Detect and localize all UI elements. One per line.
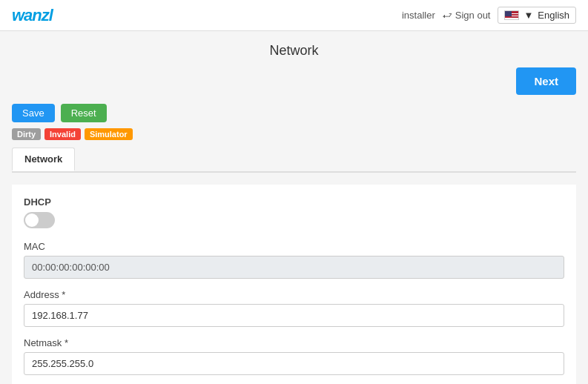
language-selector[interactable]: ▼ English	[498, 7, 576, 24]
save-button[interactable]: Save	[12, 104, 55, 122]
mac-group: MAC	[24, 241, 564, 279]
action-row: Save Reset	[12, 104, 576, 122]
flag-icon	[504, 10, 519, 20]
sign-out-icon: ⮐	[443, 10, 452, 21]
sign-out-button[interactable]: ⮐ Sign out	[443, 10, 491, 21]
toggle-slider	[24, 212, 55, 228]
badge-simulator: Simulator	[85, 128, 133, 140]
installer-label: installer	[402, 10, 435, 21]
top-bar: Next	[12, 67, 576, 95]
tab-network[interactable]: Network	[12, 148, 75, 171]
badges: Dirty Invalid Simulator	[12, 128, 576, 140]
dhcp-group: DHCP	[24, 196, 564, 231]
netmask-label: Netmask *	[24, 337, 564, 348]
address-input[interactable]	[24, 304, 564, 327]
address-label: Address *	[24, 289, 564, 300]
header: wanzl installer ⮐ Sign out ▼ English	[0, 0, 588, 31]
mac-input	[24, 256, 564, 279]
badge-invalid: Invalid	[44, 128, 81, 140]
address-group: Address *	[24, 289, 564, 327]
tab-network-label: Network	[24, 153, 62, 165]
form-section: DHCP MAC Address * Netmask * Gateway *	[12, 185, 576, 384]
tabs: Network	[12, 148, 576, 173]
logo: wanzl	[12, 6, 53, 25]
mac-label: MAC	[24, 241, 564, 252]
reset-button[interactable]: Reset	[61, 104, 107, 122]
header-right: installer ⮐ Sign out ▼ English	[402, 7, 576, 24]
chevron-down-icon: ▼	[523, 10, 533, 21]
language-label: English	[538, 10, 569, 21]
badge-dirty: Dirty	[12, 128, 41, 140]
next-button[interactable]: Next	[516, 67, 576, 95]
netmask-group: Netmask *	[24, 337, 564, 375]
page-title: Network	[12, 43, 576, 59]
sign-out-label: Sign out	[455, 10, 491, 21]
dhcp-label: DHCP	[24, 196, 564, 208]
page-content: Network Next Save Reset Dirty Invalid Si…	[0, 31, 588, 384]
dhcp-toggle[interactable]	[24, 212, 55, 228]
netmask-input[interactable]	[24, 352, 564, 375]
